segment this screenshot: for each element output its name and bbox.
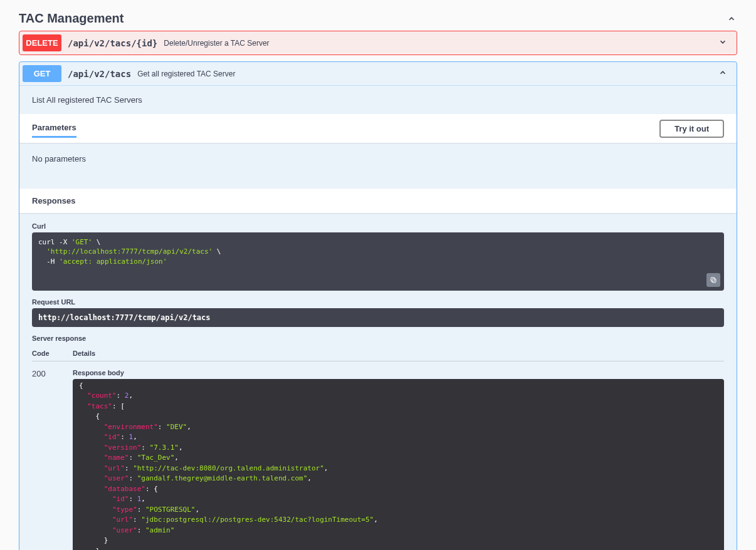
response-code: 200 [32, 369, 73, 550]
chevron-up-icon [712, 68, 733, 79]
endpoint-description: List All registered TAC Servers [19, 86, 737, 114]
chevron-down-icon [712, 38, 733, 48]
chevron-up-icon [726, 13, 737, 24]
curl-command-box: curl -X 'GET' \ 'http://localhost:7777/t… [32, 232, 724, 291]
curl-label: Curl [32, 222, 724, 230]
endpoint-get-summary[interactable]: GET /api/v2/tacs Get all registered TAC … [19, 62, 737, 85]
try-it-out-button[interactable]: Try it out [659, 120, 724, 138]
endpoint-delete-summary[interactable]: DELETE /api/v2/tacs/{id} Delete/Unregist… [19, 31, 737, 54]
method-badge-get: GET [23, 65, 61, 82]
details-column-header: Details [73, 350, 724, 357]
copy-curl-button[interactable] [706, 273, 720, 287]
method-badge-delete: DELETE [23, 34, 61, 51]
response-row: 200 Response body { "count": 2, "tacs": … [32, 361, 724, 550]
code-column-header: Code [32, 350, 73, 357]
no-parameters-text: No parameters [19, 143, 737, 189]
endpoint-get-path: /api/v2/tacs [68, 69, 131, 79]
endpoint-delete: DELETE /api/v2/tacs/{id} Delete/Unregist… [19, 31, 737, 55]
responses-header: Responses [19, 189, 737, 213]
server-response-label: Server response [32, 335, 724, 342]
response-body-label: Response body [73, 369, 724, 376]
endpoint-delete-path: /api/v2/tacs/{id} [68, 38, 157, 48]
endpoint-get: GET /api/v2/tacs Get all registered TAC … [19, 61, 737, 550]
endpoint-get-summary-text: Get all registered TAC Server [137, 70, 712, 78]
svg-rect-1 [711, 278, 715, 281]
parameters-tab[interactable]: Parameters [32, 119, 76, 138]
response-body-content[interactable]: { "count": 2, "tacs": [ { "environment":… [73, 379, 724, 550]
section-header[interactable]: TAC Management [19, 6, 737, 31]
svg-rect-0 [712, 279, 716, 283]
request-url-label: Request URL [32, 298, 724, 306]
endpoint-delete-summary-text: Delete/Unregister a TAC Server [164, 39, 712, 48]
request-url-box: http://localhost:7777/tcmp/api/v2/tacs [32, 308, 724, 327]
section-title: TAC Management [19, 11, 123, 26]
